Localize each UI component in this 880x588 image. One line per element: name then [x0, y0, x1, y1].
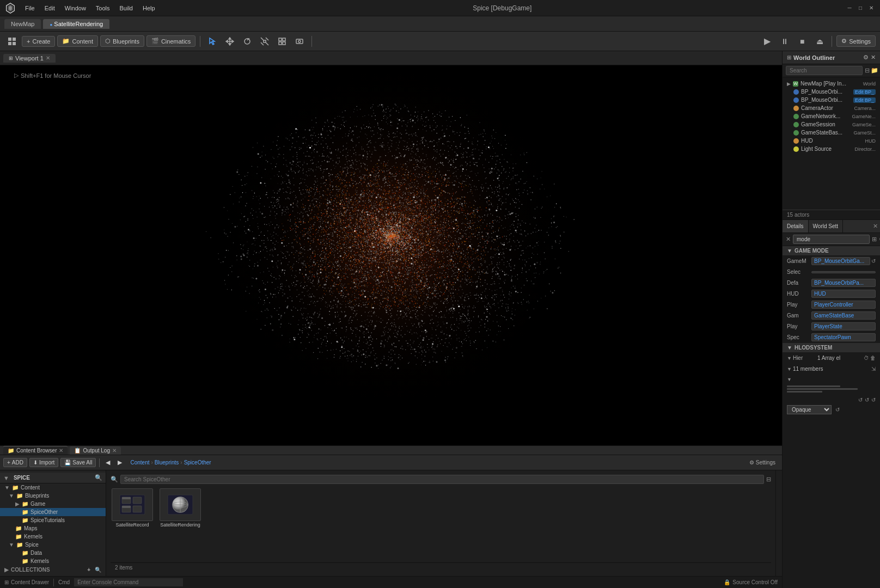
snap-tool-btn[interactable] — [274, 34, 290, 49]
tab-new-map[interactable]: NewMap — [4, 19, 41, 29]
add-button[interactable]: + ADD — [3, 458, 27, 467]
hlod-chevron-btn[interactable]: ▼ — [787, 377, 792, 382]
menu-file[interactable]: File — [21, 4, 39, 13]
sidebar-search-btn[interactable]: 🔍 — [95, 474, 102, 481]
breadcrumb-blueprints[interactable]: Blueprints — [155, 460, 179, 465]
play-button[interactable]: ▶ — [760, 34, 775, 49]
import-button[interactable]: ⬇ Import — [29, 458, 58, 467]
details-close-btn[interactable]: ✕ — [871, 223, 880, 230]
content-button[interactable]: 📁 Content — [57, 35, 98, 47]
menu-tools[interactable]: Tools — [91, 4, 114, 13]
menu-build[interactable]: Build — [115, 4, 137, 13]
gamemode-value[interactable]: BP_MouseOrbitGa... — [811, 257, 870, 265]
gamemode-reset-btn[interactable]: ↺ — [871, 258, 876, 264]
maximize-button[interactable]: □ — [856, 4, 865, 13]
outliner-item-gamestate[interactable]: GameStateBas... GameSt... — [783, 128, 880, 137]
outliner-item-bpmoused1[interactable]: BP_MouseOrbi... Edit BP_ — [783, 88, 880, 96]
members-expand-icon[interactable]: ⇲ — [871, 366, 876, 372]
asset-satellite-record[interactable]: SatelliteRecord — [111, 488, 154, 528]
outliner-item-camera[interactable]: CameraActor Camera... — [783, 104, 880, 112]
outliner-item-bpmoused2[interactable]: BP_MouseOrbi... Edit BP_ — [783, 96, 880, 104]
play1-value[interactable]: PlayerController — [811, 301, 876, 309]
outliner-settings-btn[interactable]: ⚙ — [863, 54, 869, 61]
hlodsystem-section-header[interactable]: ▼ HLODSYSTEM — [783, 343, 880, 353]
cb-settings-button[interactable]: ⚙ Settings — [746, 458, 779, 467]
rotate-tool-btn[interactable] — [240, 34, 255, 49]
tree-spicetutorials[interactable]: 📁 SpiceTutorials — [0, 516, 106, 524]
details-view-toggle[interactable]: ⊞ — [872, 236, 877, 243]
blueprints-button[interactable]: ⬡ Blueprints — [100, 35, 144, 47]
defa-value[interactable]: BP_MouseOrbitPa... — [811, 279, 876, 287]
edit-badge-2[interactable]: Edit BP_ — [853, 97, 876, 103]
menu-window[interactable]: Window — [60, 4, 90, 13]
camera-tool-btn[interactable] — [292, 34, 307, 49]
outliner-item-lightsource[interactable]: Light Source Director... — [783, 145, 880, 153]
create-button[interactable]: + Create — [22, 36, 55, 47]
opaque-reset-btn[interactable]: ↺ — [835, 407, 840, 413]
breadcrumb-spiceother[interactable]: SpiceOther — [184, 460, 211, 465]
tree-content[interactable]: ▼ 📁 Content — [0, 483, 106, 492]
viewport-close-button[interactable]: ✕ — [46, 55, 50, 61]
outliner-item-newmap[interactable]: ▶ W NewMap [Play In... World — [783, 79, 880, 88]
hlod-reset-btn-3[interactable]: ↺ — [871, 397, 876, 403]
menu-edit[interactable]: Edit — [40, 4, 59, 13]
outliner-item-gamenetwork[interactable]: GameNetwork... GameNe... — [783, 112, 880, 120]
collections-header[interactable]: ▶ COLLECTIONS + 🔍 — [0, 565, 106, 574]
breadcrumb-content[interactable]: Content — [130, 460, 149, 465]
details-tab[interactable]: Details — [783, 220, 809, 232]
content-scroll-area[interactable] — [775, 470, 782, 577]
edit-badge-1[interactable]: Edit BP_ — [853, 89, 876, 95]
content-drawer-btn[interactable]: ⊞ Content Drawer — [4, 579, 49, 585]
select-tool-btn[interactable] — [205, 34, 220, 49]
hlod-clock-btn[interactable]: ⏱ — [864, 355, 869, 361]
outliner-item-gamesession[interactable]: GameSession GameSe... — [783, 120, 880, 128]
toolbar-layout-btn[interactable] — [4, 34, 20, 49]
cinematics-button[interactable]: 🎬 Cinematics — [146, 35, 195, 47]
outliner-settings-icon[interactable]: ⊟ — [865, 67, 870, 74]
opaque-dropdown[interactable]: Opaque Translucent Masked — [787, 405, 832, 414]
search-collections-btn[interactable]: 🔍 — [95, 567, 101, 573]
console-command-input[interactable] — [74, 578, 183, 586]
asset-satellite-rendering[interactable]: SatelliteRendering — [158, 488, 202, 528]
tree-spice[interactable]: ▼ 📁 Spice — [0, 541, 106, 549]
source-control-btn[interactable]: 🔒 Source Control Off — [724, 579, 778, 585]
cb-history-forward[interactable]: ▶ — [115, 458, 125, 468]
hlod-delete-btn[interactable]: 🗑 — [870, 355, 876, 361]
cb-history-back[interactable]: ◀ — [103, 458, 113, 468]
eject-button[interactable]: ⏏ — [812, 34, 827, 49]
scale-tool-btn[interactable] — [257, 34, 272, 49]
hlod-reset-btn-1[interactable]: ↺ — [858, 397, 863, 403]
outliner-search-input[interactable] — [786, 66, 863, 75]
game-mode-section-header[interactable]: ▼ GAME MODE — [783, 246, 880, 256]
menu-help[interactable]: Help — [138, 4, 160, 13]
viewport-tab[interactable]: ⊞ Viewport 1 ✕ — [3, 54, 56, 63]
move-tool-btn[interactable] — [222, 34, 237, 49]
save-all-button[interactable]: 💾 Save All — [60, 458, 96, 467]
add-collection-btn[interactable]: + — [87, 567, 90, 573]
tree-kernels2[interactable]: 📁 Kernels — [0, 557, 106, 565]
tree-spiceother[interactable]: 📁 SpiceOther — [0, 508, 106, 516]
world-settings-tab[interactable]: World Sett — [809, 220, 844, 232]
collapse-spice-btn[interactable]: ▼ — [3, 475, 9, 481]
tree-maps[interactable]: 📁 Maps — [0, 524, 106, 532]
tree-game[interactable]: ▶ 📁 Game — [0, 500, 106, 508]
hud-value[interactable]: HUD — [811, 290, 876, 298]
hlod-reset-btn-2[interactable]: ↺ — [865, 397, 869, 403]
content-browser-tab[interactable]: 📁 Content Browser ✕ — [3, 446, 68, 455]
tree-blueprints[interactable]: ▼ 📁 Blueprints — [0, 492, 106, 500]
settings-button[interactable]: ⚙ Settings — [836, 35, 876, 47]
log-close-button[interactable]: ✕ — [112, 448, 117, 454]
outliner-item-hud[interactable]: HUD HUD — [783, 137, 880, 145]
minimize-button[interactable]: ─ — [845, 4, 854, 13]
details-search-input[interactable] — [793, 235, 870, 244]
play2-value[interactable]: PlayerState — [811, 322, 876, 330]
cb-close-button[interactable]: ✕ — [59, 448, 63, 454]
tab-satellite-rendering[interactable]: ● SatelliteRendering — [43, 19, 109, 29]
outliner-create-folder-icon[interactable]: 📁 — [871, 67, 878, 74]
content-search-input[interactable] — [120, 475, 764, 484]
tree-data[interactable]: 📁 Data — [0, 549, 106, 557]
stop-button[interactable]: ■ — [795, 34, 810, 49]
output-log-tab[interactable]: 📋 Output Log ✕ — [70, 446, 120, 455]
search-clear-btn[interactable]: ✕ — [786, 236, 791, 243]
pause-button[interactable]: ⏸ — [777, 34, 792, 49]
